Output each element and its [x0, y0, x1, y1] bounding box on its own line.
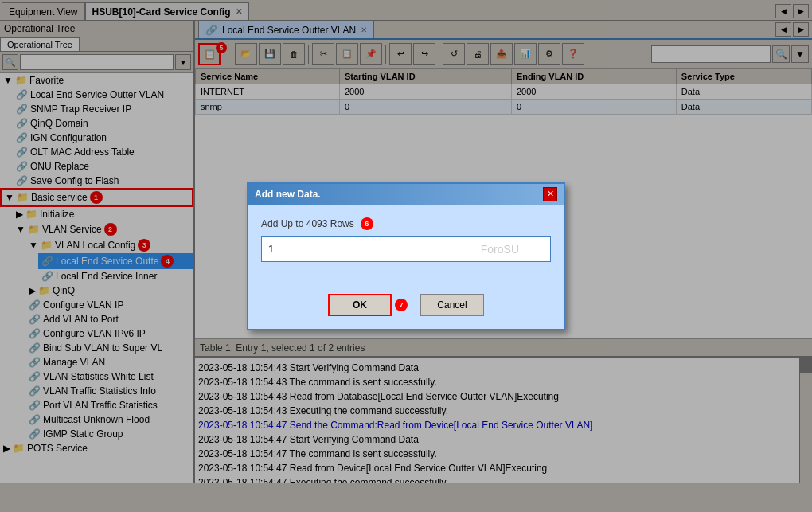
- modal-row-count-input[interactable]: [261, 236, 551, 262]
- add-new-data-modal: Add new Data. ✕ Add Up to 4093 Rows 6 Fo…: [247, 182, 565, 330]
- modal-ok-button[interactable]: OK: [328, 294, 392, 316]
- modal-close-button[interactable]: ✕: [543, 187, 557, 201]
- badge-6: 6: [361, 217, 373, 230]
- modal-label-text: Add Up to 4093 Rows: [261, 218, 354, 229]
- modal-cancel-button[interactable]: Cancel: [420, 294, 484, 316]
- modal-title: Add new Data.: [255, 189, 321, 200]
- modal-overlay: Add new Data. ✕ Add Up to 4093 Rows 6 Fo…: [0, 0, 812, 512]
- badge-7: 7: [395, 299, 408, 311]
